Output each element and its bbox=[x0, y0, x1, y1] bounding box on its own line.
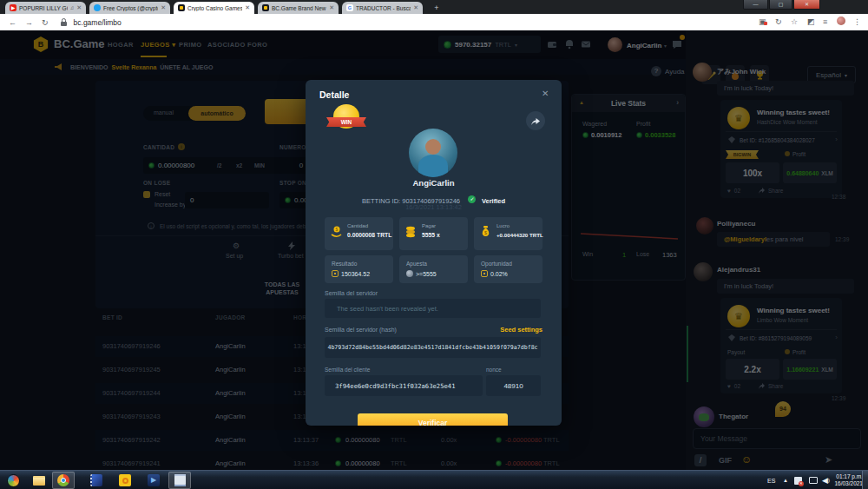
win-medal-icon: WIN bbox=[326, 104, 366, 134]
browser-address-bar: ← → ↻ bc.game/limbo bbox=[0, 14, 868, 30]
stat-label: Lucro bbox=[496, 223, 510, 228]
tab-close-icon[interactable]: ✕ bbox=[329, 4, 334, 11]
browser-tab-bcgame-active[interactable]: Crypto Casino Games - The 16 B ✕ bbox=[174, 2, 254, 14]
nonce-label: nonce bbox=[486, 367, 502, 373]
sync-icon[interactable]: ↻ bbox=[775, 17, 782, 26]
back-icon[interactable]: ← bbox=[9, 18, 16, 27]
start-button[interactable] bbox=[5, 472, 21, 488]
tab-title: TRADUCTOR - Buscar con Goog bbox=[356, 5, 411, 11]
browser-profile-avatar[interactable] bbox=[837, 17, 845, 27]
stat-label: Apuesta bbox=[406, 261, 427, 267]
server-seed-field[interactable]: The seed hasn't been revealed yet. bbox=[325, 299, 541, 318]
svg-text:$: $ bbox=[336, 227, 339, 232]
svg-text:$: $ bbox=[484, 230, 487, 235]
player-name: AngiCarlin bbox=[306, 178, 562, 188]
bcgame-favicon bbox=[178, 4, 185, 11]
tray-date: 16/03/2021 bbox=[830, 480, 863, 487]
verify-button[interactable]: Verificar bbox=[358, 413, 508, 426]
tab-title: BC.Game Brand New Medal Eve bbox=[272, 5, 326, 11]
google-favicon: G bbox=[346, 4, 353, 11]
coins-icon bbox=[404, 225, 418, 238]
dice-icon bbox=[481, 270, 488, 277]
stat-label: Pagar bbox=[422, 223, 436, 228]
modal-title: Detalle bbox=[319, 89, 349, 100]
window-maximize-button[interactable]: ▢ bbox=[769, 0, 792, 10]
reload-icon[interactable]: ↻ bbox=[42, 18, 49, 27]
youtube-favicon: ▶ bbox=[10, 4, 16, 11]
tray-volume-icon[interactable]: ◀) bbox=[822, 471, 830, 489]
coin-icon bbox=[406, 270, 413, 277]
tray-clock[interactable]: 01:17 p.m. 16/03/2021 bbox=[830, 473, 863, 487]
share-arrow-icon bbox=[531, 117, 540, 125]
stat-card-apuesta: Apuesta >=5555 bbox=[399, 255, 468, 283]
taskbar-explorer-icon[interactable] bbox=[31, 472, 47, 488]
seed-settings-link[interactable]: Seed settings bbox=[500, 326, 542, 334]
screen: ▶ POPURRI LILLY GOODMAN ♫ ✕ Free Cryptos… bbox=[0, 0, 868, 489]
taskbar-mediaplayer-icon[interactable]: ▶ bbox=[146, 472, 161, 488]
money-bag-icon: $ bbox=[479, 225, 492, 238]
browser-menu-kebab-icon[interactable]: ⋮ bbox=[853, 17, 861, 26]
client-seed-field[interactable]: 3f94ee6e0cd9d3fbc31f032a63e25e41 bbox=[325, 375, 483, 396]
taskbar-payeer-icon[interactable] bbox=[117, 472, 133, 488]
stat-value: 5555 x bbox=[422, 232, 440, 238]
stat-value-row: 150364.52 bbox=[332, 270, 370, 277]
show-desktop-button[interactable] bbox=[862, 471, 868, 489]
dice-icon bbox=[332, 270, 339, 277]
tab-close-icon[interactable]: ✕ bbox=[161, 4, 166, 11]
bet-date: 16/3/2021 13:13:42 bbox=[306, 203, 562, 211]
tray-hidden-icons[interactable]: ▲ bbox=[783, 471, 788, 489]
extension-badge-icon[interactable]: ▣ bbox=[759, 17, 766, 26]
stat-label: Resultado bbox=[332, 261, 357, 267]
extensions-puzzle-icon[interactable]: ◩ bbox=[807, 17, 815, 26]
browser-tab-strip: ▶ POPURRI LILLY GOODMAN ♫ ✕ Free Cryptos… bbox=[0, 0, 868, 14]
tab-title: POPURRI LILLY GOODMAN bbox=[19, 5, 68, 11]
client-seed-label: Semilla del cliente bbox=[325, 367, 370, 373]
window-close-button[interactable]: ✕ bbox=[793, 0, 820, 10]
share-button[interactable] bbox=[526, 111, 545, 130]
browser-tab-bcgame-2[interactable]: BC.Game Brand New Medal Eve ✕ bbox=[258, 2, 339, 14]
tray-language[interactable]: ES bbox=[767, 471, 775, 489]
stat-card-resultado: Resultado 150364.52 bbox=[325, 255, 393, 283]
tab-close-icon[interactable]: ✕ bbox=[413, 4, 418, 11]
player-avatar[interactable] bbox=[409, 129, 457, 177]
stat-value-row: >=5555 bbox=[406, 270, 437, 277]
tab-close-icon[interactable]: ✕ bbox=[245, 4, 250, 11]
new-tab-button[interactable]: + bbox=[431, 3, 443, 13]
stat-card-oportunidad: Oportunidad 0.02% bbox=[474, 255, 542, 283]
url-text[interactable]: bc.game/limbo bbox=[74, 18, 122, 27]
bookmark-star-icon[interactable]: ☆ bbox=[791, 17, 798, 26]
stat-card-pagar: Pagar 5555 x bbox=[399, 217, 468, 250]
stat-value: +0.00444320 TRTL bbox=[496, 232, 543, 238]
stat-value: 0.0000008 TRTL bbox=[347, 232, 391, 238]
server-hash-label: Semilla del servidor (hash) bbox=[325, 327, 397, 333]
tab-title: Crypto Casino Games - The 16 B bbox=[187, 5, 242, 11]
nonce-field[interactable]: 48910 bbox=[486, 375, 541, 396]
stat-card-lucro: $ Lucro +0.00444320 TRTL bbox=[474, 217, 542, 250]
tray-network-icon[interactable] bbox=[809, 471, 818, 489]
server-hash-field[interactable]: 4b793d72d84be55bd4d06d82e83e4517d1841dfc… bbox=[325, 337, 541, 358]
bet-detail-modal: Detalle ✕ WIN AngiCarlin BETTING ID: 903… bbox=[306, 80, 562, 426]
forward-icon[interactable]: → bbox=[25, 18, 33, 27]
browser-tab-twitter[interactable]: Free Cryptos (@cryptosfaucets) ✕ bbox=[89, 2, 170, 14]
tab-audio-icon: ♫ bbox=[70, 5, 75, 10]
reading-list-icon[interactable]: ≡ bbox=[823, 17, 827, 26]
tab-close-icon[interactable]: ✕ bbox=[76, 4, 82, 11]
browser-tab-youtube[interactable]: ▶ POPURRI LILLY GOODMAN ♫ ✕ bbox=[5, 2, 86, 14]
browser-tab-google[interactable]: G TRADUCTOR - Buscar con Goog ✕ bbox=[342, 2, 423, 14]
bcgame-favicon bbox=[262, 4, 269, 11]
lock-icon bbox=[61, 18, 67, 26]
taskbar-document-app-icon[interactable] bbox=[172, 472, 187, 488]
windows-taskbar: ▶ ES ▲ ✕ ◀) 01:17 p.m. 16/03/2021 bbox=[0, 470, 868, 489]
taskbar-moviemaker-icon[interactable] bbox=[89, 472, 104, 488]
tray-alert-icon[interactable]: ✕ bbox=[794, 471, 802, 489]
twitter-favicon bbox=[94, 4, 101, 11]
close-icon[interactable]: ✕ bbox=[542, 89, 549, 98]
window-minimize-button[interactable]: — bbox=[743, 0, 768, 10]
taskbar-chrome-icon[interactable] bbox=[56, 472, 71, 488]
bcgame-page: B BC.Game HOGAR JUEGOS ▾ PRIMO ASOCIADO … bbox=[0, 30, 868, 470]
stat-label: Cantidad bbox=[347, 223, 368, 228]
coin-hand-icon: $ bbox=[330, 225, 343, 238]
stat-label: Oportunidad bbox=[481, 261, 512, 267]
server-seed-label: Semilla del servidor bbox=[325, 290, 378, 296]
stat-value-row: 0.02% bbox=[481, 270, 508, 277]
